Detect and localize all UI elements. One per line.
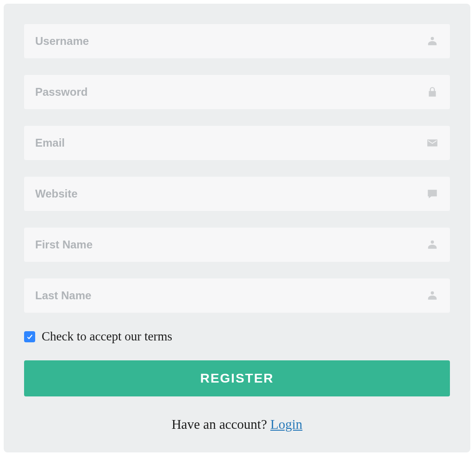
- register-form-card: Check to accept our terms REGISTER Have …: [4, 4, 470, 452]
- login-link[interactable]: Login: [270, 417, 302, 432]
- first-name-field-wrapper: [24, 228, 450, 262]
- register-button[interactable]: REGISTER: [24, 360, 450, 396]
- last-name-input[interactable]: [24, 278, 450, 313]
- email-input[interactable]: [24, 126, 450, 160]
- user-icon: [426, 289, 439, 302]
- lock-icon: [426, 86, 439, 99]
- terms-checkbox[interactable]: [24, 331, 35, 342]
- terms-row: Check to accept our terms: [24, 329, 450, 344]
- user-icon: [426, 238, 439, 251]
- comment-icon: [426, 187, 439, 200]
- first-name-input[interactable]: [24, 228, 450, 262]
- password-field-wrapper: [24, 75, 450, 109]
- login-prompt: Have an account? Login: [24, 417, 450, 432]
- email-field-wrapper: [24, 126, 450, 160]
- website-field-wrapper: [24, 177, 450, 211]
- username-field-wrapper: [24, 24, 450, 58]
- last-name-field-wrapper: [24, 278, 450, 313]
- envelope-icon: [426, 136, 439, 149]
- website-input[interactable]: [24, 177, 450, 211]
- login-prompt-text: Have an account?: [172, 417, 270, 432]
- user-icon: [426, 35, 439, 48]
- password-input[interactable]: [24, 75, 450, 109]
- terms-label[interactable]: Check to accept our terms: [42, 329, 172, 344]
- username-input[interactable]: [24, 24, 450, 58]
